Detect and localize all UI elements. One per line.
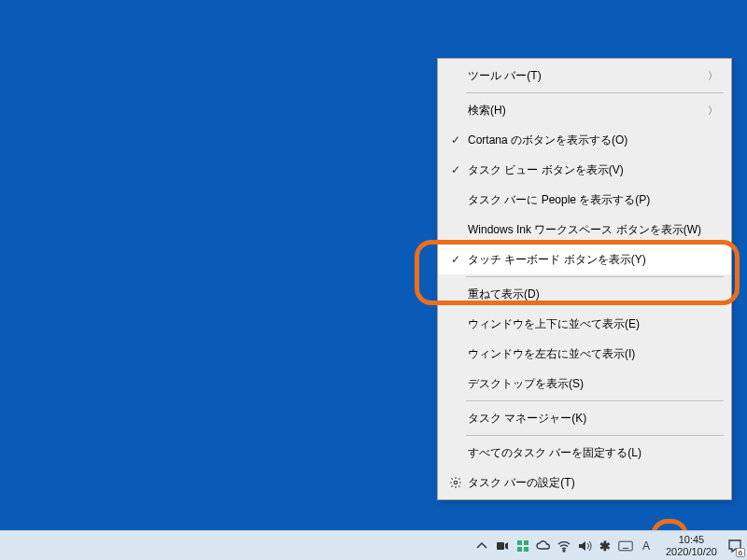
notification-badge: 6 [736,548,745,557]
svg-rect-5 [524,547,529,552]
menu-item-show-people[interactable]: タスク バーに People を表示する(P) [438,185,731,215]
menu-separator [466,92,724,93]
svg-rect-3 [524,540,529,545]
taskbar-context-menu: ツール バー(T) 〉 検索(H) 〉 Cortana のボタンを表示する(O)… [437,58,732,500]
action-center-icon[interactable]: 6 [723,531,747,560]
menu-label: ツール バー(T) [466,68,708,84]
menu-label: Windows Ink ワークスペース ボタンを表示(W) [466,222,718,238]
svg-rect-4 [517,547,522,552]
svg-rect-2 [517,540,522,545]
menu-item-taskbar-settings[interactable]: タスク バーの設定(T) [438,468,731,497]
svg-point-0 [454,481,458,484]
menu-separator [466,435,724,436]
touch-keyboard-icon[interactable] [617,538,634,554]
chevron-right-icon: 〉 [708,69,718,83]
wifi-icon[interactable] [556,538,572,554]
menu-item-stack-vert[interactable]: ウィンドウを上下に並べて表示(E) [438,309,731,339]
menu-item-show-ink[interactable]: Windows Ink ワークスペース ボタンを表示(W) [438,215,731,245]
taskbar-clock[interactable]: 10:45 2020/10/20 [660,534,723,557]
clock-date: 2020/10/20 [666,546,717,558]
menu-label: デスクトップを表示(S) [466,376,718,392]
menu-label: タスク バーの設定(T) [466,475,718,491]
taskbar[interactable]: ✱ A 10:45 2020/10/20 6 [0,530,747,560]
menu-item-search[interactable]: 検索(H) 〉 [438,95,731,125]
menu-item-lock-taskbars[interactable]: すべてのタスク バーを固定する(L) [438,438,731,468]
menu-item-cascade[interactable]: 重ねて表示(D) [438,279,731,309]
menu-separator [466,276,724,277]
menu-item-toolbars[interactable]: ツール バー(T) 〉 [438,61,731,91]
menu-separator [466,400,724,401]
desktop: ツール バー(T) 〉 検索(H) 〉 Cortana のボタンを表示する(O)… [0,0,747,560]
volume-icon[interactable] [576,538,593,554]
check-icon [445,133,466,147]
app-icon[interactable]: ✱ [597,538,613,554]
chevron-right-icon: 〉 [708,104,718,118]
svg-point-6 [563,550,565,552]
menu-item-show-desktop[interactable]: デスクトップを表示(S) [438,369,731,399]
menu-label: タスク マネージャー(K) [466,411,718,427]
menu-label: 検索(H) [466,103,708,119]
meet-now-icon[interactable] [494,538,511,554]
check-icon [445,163,466,176]
system-tray: ✱ A [468,531,660,560]
svg-rect-1 [497,542,504,550]
svg-rect-7 [619,541,632,551]
menu-label: Cortana のボタンを表示する(O) [466,133,718,148]
tray-overflow-icon[interactable] [473,538,490,554]
menu-item-show-touch-keyboard[interactable]: タッチ キーボード ボタンを表示(Y) [438,245,731,274]
menu-item-show-cortana[interactable]: Cortana のボタンを表示する(O) [438,125,731,155]
menu-label: 重ねて表示(D) [466,287,718,302]
menu-label: ウィンドウを左右に並べて表示(I) [466,346,718,362]
menu-label: タスク バーに People を表示する(P) [466,192,718,208]
clock-time: 10:45 [666,534,717,546]
gear-icon [445,476,466,489]
menu-label: タスク ビュー ボタンを表示(V) [466,162,718,178]
onedrive-icon[interactable] [535,538,552,554]
app-tray-icon[interactable] [514,538,531,554]
menu-item-task-manager[interactable]: タスク マネージャー(K) [438,403,731,433]
menu-label: タッチ キーボード ボタンを表示(Y) [466,252,718,268]
menu-item-stack-horiz[interactable]: ウィンドウを左右に並べて表示(I) [438,339,731,369]
menu-label: ウィンドウを上下に並べて表示(E) [466,316,718,332]
menu-label: すべてのタスク バーを固定する(L) [466,445,718,461]
check-icon [445,253,466,266]
ime-indicator[interactable]: A [638,538,655,554]
menu-item-show-taskview[interactable]: タスク ビュー ボタンを表示(V) [438,155,731,185]
